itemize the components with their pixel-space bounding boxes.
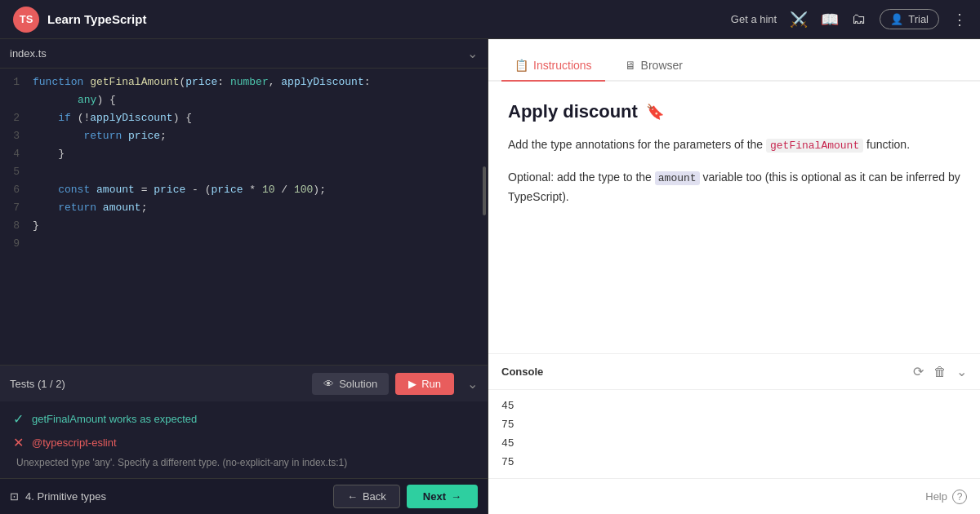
run-icon: ▶ xyxy=(408,378,416,390)
test-fail-label: @typescript-eslint xyxy=(32,436,117,449)
layers-icon[interactable]: 🗂 xyxy=(852,11,866,28)
console-actions: ⟳ 🗑 ⌄ xyxy=(913,364,967,379)
right-footer: Help ? xyxy=(488,478,980,514)
back-arrow-icon: ← xyxy=(347,490,358,503)
right-panel: 📋 Instructions 🖥 Browser Apply discount … xyxy=(488,39,980,514)
code-line-7: 7 return amount; xyxy=(0,201,488,219)
instructions-title-text: Apply discount xyxy=(508,101,638,122)
next-arrow-icon: → xyxy=(451,490,461,503)
run-label: Run xyxy=(421,378,441,390)
next-button[interactable]: Next → xyxy=(407,485,478,508)
code-editor[interactable]: 1 function getFinalAmount(price: number,… xyxy=(0,69,488,365)
run-button[interactable]: ▶ Run xyxy=(395,373,454,395)
check-icon: ✓ xyxy=(13,411,24,427)
code-line-1b: any) { xyxy=(0,93,488,111)
code-line-1: 1 function getFinalAmount(price: number,… xyxy=(0,75,488,93)
book-icon[interactable]: 📖 xyxy=(821,11,839,29)
tabs-bar: 📋 Instructions 🖥 Browser xyxy=(488,39,980,82)
browser-icon: 🖥 xyxy=(625,59,636,72)
tests-panel: Tests (1 / 2) 👁 Solution ▶ Run ⌄ ✓ g xyxy=(0,365,488,478)
instructions-title: Apply discount 🔖 xyxy=(508,101,960,122)
test-error-text: Unexpected type 'any'. Specify a differe… xyxy=(13,457,474,468)
left-panel: index.ts ⌄ 1 function getFinalAmount(pri… xyxy=(0,39,488,514)
hint-button[interactable]: Get a hint xyxy=(731,13,777,25)
collapse-editor-icon[interactable]: ⌄ xyxy=(467,46,478,61)
tab-browser[interactable]: 🖥 Browser xyxy=(612,51,696,82)
editor-scrollbar xyxy=(483,166,486,215)
lesson-icon: ⊡ xyxy=(10,490,19,503)
footer-left: ⊡ 4. Primitive types ← Back Next → xyxy=(0,478,488,514)
main-layout: index.ts ⌄ 1 function getFinalAmount(pri… xyxy=(0,39,980,514)
tests-header: Tests (1 / 2) 👁 Solution ▶ Run ⌄ xyxy=(0,366,488,401)
help-button[interactable]: Help ? xyxy=(925,490,967,504)
test-pass-item: ✓ getFinalAmount works as expected xyxy=(13,411,474,427)
tab-instructions-label: Instructions xyxy=(533,59,592,72)
tab-instructions[interactable]: 📋 Instructions xyxy=(501,51,605,82)
collapse-tests-icon[interactable]: ⌄ xyxy=(467,376,478,392)
app-title: Learn TypeScript xyxy=(47,12,146,26)
test-pass-label: getFinalAmount works as expected xyxy=(32,413,197,425)
solution-label: Solution xyxy=(339,378,377,390)
help-icon: ? xyxy=(952,490,967,504)
lesson-label: ⊡ 4. Primitive types xyxy=(10,490,106,503)
instructions-paragraph-2: Optional: add the type to the amount var… xyxy=(508,168,960,207)
inline-code-1: getFinalAmount xyxy=(766,139,863,153)
more-icon[interactable]: ⋮ xyxy=(952,11,967,29)
avatar: TS xyxy=(13,7,39,33)
tab-browser-label: Browser xyxy=(641,59,683,72)
code-line-4: 4 } xyxy=(0,147,488,165)
editor-header: index.ts ⌄ xyxy=(0,39,488,69)
test-fail-item: ✕ @typescript-eslint xyxy=(13,435,474,450)
code-line-6: 6 const amount = price - (price * 10 / 1… xyxy=(0,183,488,201)
console-section: Console ⟳ 🗑 ⌄ 45 75 45 75 xyxy=(488,353,980,478)
console-label: Console xyxy=(501,366,543,378)
header: TS Learn TypeScript Get a hint ⚔️ 📖 🗂 👤 … xyxy=(0,0,980,39)
code-line-8: 8 } xyxy=(0,219,488,237)
bookmark-icon[interactable]: 🔖 xyxy=(646,103,664,121)
code-line-3: 3 return price; xyxy=(0,129,488,147)
x-icon: ✕ xyxy=(13,435,24,450)
trash-icon[interactable]: 🗑 xyxy=(933,365,947,379)
code-line-9: 9 xyxy=(0,237,488,255)
code-line-5: 5 xyxy=(0,165,488,183)
help-label: Help xyxy=(925,490,947,503)
trial-label: Trial xyxy=(908,13,929,25)
code-line-2: 2 if (!applyDiscount) { xyxy=(0,111,488,129)
back-button[interactable]: ← Back xyxy=(333,485,400,508)
next-label: Next xyxy=(423,490,446,503)
instructions-content: Apply discount 🔖 Add the type annotation… xyxy=(488,82,980,353)
instructions-paragraph-1: Add the type annotations for the paramet… xyxy=(508,135,960,155)
tests-actions: 👁 Solution ▶ Run ⌄ xyxy=(312,373,478,395)
history-icon[interactable]: ⟳ xyxy=(913,364,924,379)
sword-icon[interactable]: ⚔️ xyxy=(790,11,808,29)
header-left: TS Learn TypeScript xyxy=(13,7,146,33)
console-content: 45 75 45 75 xyxy=(488,390,980,478)
footer-nav: ← Back Next → xyxy=(333,485,478,508)
back-label: Back xyxy=(363,490,386,503)
solution-button[interactable]: 👁 Solution xyxy=(312,373,389,395)
console-line-1: 45 xyxy=(501,397,967,415)
eye-icon: 👁 xyxy=(323,378,334,390)
lesson-title: 4. Primitive types xyxy=(25,490,106,503)
highlight-amount: amount xyxy=(655,171,700,185)
user-icon: 👤 xyxy=(890,13,903,25)
console-line-4: 75 xyxy=(501,453,967,472)
tests-label: Tests (1 / 2) xyxy=(10,378,65,390)
console-line-3: 45 xyxy=(501,434,967,453)
collapse-console-icon[interactable]: ⌄ xyxy=(956,364,967,379)
test-results: ✓ getFinalAmount works as expected ✕ @ty… xyxy=(0,401,488,478)
clipboard-icon: 📋 xyxy=(514,59,528,72)
header-right: Get a hint ⚔️ 📖 🗂 👤 Trial ⋮ xyxy=(731,9,967,29)
file-tab[interactable]: index.ts xyxy=(10,47,47,60)
console-header: Console ⟳ 🗑 ⌄ xyxy=(488,354,980,390)
console-line-2: 75 xyxy=(501,415,967,434)
trial-button[interactable]: 👤 Trial xyxy=(880,9,939,29)
